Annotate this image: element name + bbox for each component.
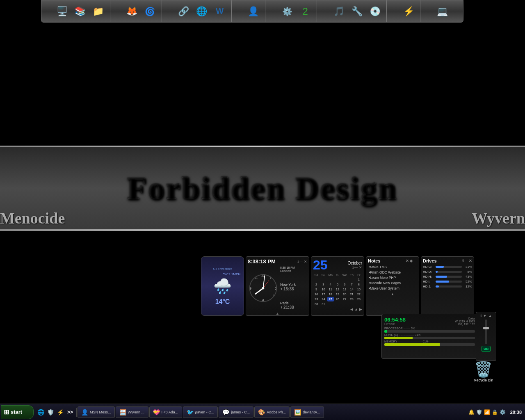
tray-icon-2[interactable]: 🛡️: [476, 409, 482, 415]
dock-icon-ie[interactable]: 🌀: [142, 3, 158, 20]
taskbar-wyvern-label: Wyvern ...: [128, 410, 144, 414]
taskbar-btn-wyvern[interactable]: 🪟 Wyvern ...: [116, 406, 148, 418]
cal-scroll-btn[interactable]: ▲: [354, 307, 358, 311]
cal-day-8[interactable]: 8: [356, 282, 362, 287]
cal-day-19[interactable]: 19: [334, 292, 341, 297]
clock-info-btn[interactable]: ℹ: [297, 260, 299, 264]
quick-misc-icon[interactable]: >>: [66, 408, 75, 417]
vol-up-btn[interactable]: ▲: [488, 314, 492, 318]
dock-icon-files[interactable]: 📚: [72, 3, 89, 20]
start-button[interactable]: ⊞ start: [1, 405, 34, 419]
vol-info-btn[interactable]: ℹ: [480, 314, 482, 318]
recycle-bin-label: Recycle Bin: [474, 378, 493, 382]
drive-j-bar-fill: [436, 285, 439, 288]
dock-group-internet: 🔗 🌐 W: [172, 0, 232, 22]
quick-shield-icon[interactable]: 🛡️: [46, 408, 55, 417]
cal-day-14[interactable]: 14: [348, 287, 355, 292]
notes-expand-btn[interactable]: ✕: [406, 259, 409, 263]
calendar-month-big: 25: [313, 258, 328, 272]
calendar-min-btn[interactable]: —: [354, 265, 358, 269]
notes-info-btn[interactable]: ◈: [410, 259, 413, 263]
cal-prev-btn[interactable]: ◀: [350, 307, 353, 311]
cal-day-17[interactable]: 17: [320, 292, 326, 297]
volume-slider-track[interactable]: [485, 320, 487, 344]
cal-day-31[interactable]: 31: [320, 302, 326, 306]
cal-day-25-today[interactable]: 25: [327, 297, 334, 301]
taskbar-btn-adobe[interactable]: 🎨 Adobe Ph...: [254, 406, 290, 418]
taskbar-btn-ada[interactable]: 💝 I <3 Ada...: [149, 406, 182, 418]
clock-analog-svg: 12 3 6 9 11 1 4: [248, 273, 278, 304]
cal-day-5[interactable]: 5: [334, 282, 341, 287]
cal-day-10[interactable]: 10: [320, 287, 326, 292]
cal-day-9[interactable]: 9: [313, 287, 320, 292]
dock-icon-laptop[interactable]: 💻: [434, 3, 450, 20]
cal-day-11[interactable]: 11: [327, 287, 334, 292]
dock-icon-folder[interactable]: 📁: [90, 3, 107, 20]
clock-min-btn[interactable]: —: [299, 260, 303, 264]
calendar-close-btn[interactable]: ✕: [359, 265, 362, 269]
volume-slider-area: [485, 320, 487, 344]
notes-min-btn[interactable]: —: [413, 259, 417, 263]
cal-day-13[interactable]: 13: [341, 287, 348, 292]
cal-day-20[interactable]: 20: [341, 292, 348, 297]
tray-icon-3[interactable]: 📶: [484, 409, 490, 415]
cal-day-29[interactable]: 29: [356, 297, 362, 301]
notes-scroll-btn[interactable]: ▲: [391, 292, 395, 296]
drives-min-btn[interactable]: —: [464, 259, 468, 263]
cal-day-7[interactable]: 7: [348, 282, 355, 287]
dock-icon-game2[interactable]: 2: [297, 3, 313, 20]
drives-close-btn[interactable]: ✕: [469, 259, 472, 263]
cal-day-18[interactable]: 18: [327, 292, 334, 297]
cal-day-28[interactable]: 28: [348, 297, 355, 301]
quick-ie-icon[interactable]: 🌐: [36, 408, 45, 417]
dock-icon-computer[interactable]: 🖥️: [54, 3, 71, 20]
cal-day-1[interactable]: 1: [356, 277, 362, 282]
drive-j: HD J: 12%: [423, 285, 472, 288]
dock-icon-disc[interactable]: 💿: [367, 3, 383, 20]
dock-icon-network[interactable]: 🌐: [194, 3, 210, 20]
tray-icon-antivirus[interactable]: 🔒: [492, 409, 498, 415]
tray-icon-5[interactable]: ⚙️: [500, 409, 506, 415]
dock-icon-word[interactable]: W: [212, 3, 228, 20]
cal-day-30[interactable]: 30: [313, 302, 320, 306]
cal-day-15[interactable]: 15: [356, 287, 362, 292]
cal-day-12[interactable]: 12: [334, 287, 341, 292]
clock-close-btn[interactable]: ✕: [304, 260, 307, 264]
cal-day-3[interactable]: 3: [320, 282, 326, 287]
quick-flash-icon[interactable]: ⚡: [56, 408, 65, 417]
dock-icon-firefox[interactable]: 🦊: [124, 3, 140, 20]
volume-on-button[interactable]: ON: [482, 346, 491, 352]
dock-icon-tool[interactable]: 🔧: [349, 3, 365, 20]
taskbar-btn-msn[interactable]: 👤 MSN Mess...: [78, 406, 115, 418]
notes-header: Notes ✕ ◈ —: [368, 258, 417, 263]
dock-icon-flash[interactable]: ⚡: [400, 3, 417, 20]
calendar-info-btn[interactable]: ℹ: [352, 265, 354, 269]
volume-slider-handle[interactable]: [483, 327, 489, 329]
dock-icon-download[interactable]: 🔗: [176, 3, 192, 20]
cal-day-22[interactable]: 22: [356, 292, 362, 297]
cal-day-6[interactable]: 6: [341, 282, 348, 287]
cal-next-btn[interactable]: ▶: [359, 307, 362, 311]
cal-day-26[interactable]: 26: [334, 297, 341, 301]
cal-day-2[interactable]: 2: [313, 282, 320, 287]
vol-down-btn[interactable]: ▼: [483, 314, 487, 318]
clock-scroll-btn[interactable]: ▲: [276, 311, 280, 316]
sys-drive-label: DRIVE (C): [384, 333, 398, 336]
taskbar-adobe-label: Adobe Ph...: [267, 410, 286, 414]
dock-icon-game1[interactable]: ⚙️: [279, 3, 295, 20]
tray-icon-1[interactable]: 🔔: [468, 409, 475, 415]
cal-day-24[interactable]: 24: [320, 297, 326, 301]
dock-icon-music[interactable]: 🎵: [331, 3, 347, 20]
cal-day-23[interactable]: 23: [313, 297, 320, 301]
cal-day-27[interactable]: 27: [341, 297, 348, 301]
taskbar-btn-raven[interactable]: 🐦 ρaven - C...: [183, 406, 218, 418]
cal-day-21[interactable]: 21: [348, 292, 355, 297]
taskbar-btn-deviant[interactable]: 🖼️ deviantA...: [290, 406, 324, 418]
cal-day-4[interactable]: 4: [327, 282, 334, 287]
drives-info-btn[interactable]: ℹ: [462, 259, 463, 263]
dock-icon-messenger[interactable]: 👤: [245, 3, 262, 20]
recycle-bin[interactable]: 🗑️ Recycle Bin: [474, 361, 493, 382]
cal-day-16[interactable]: 16: [313, 292, 320, 297]
sys-uptime-label: UPTIME: [384, 323, 406, 326]
taskbar-btn-james[interactable]: 💬 james - C...: [219, 406, 253, 418]
